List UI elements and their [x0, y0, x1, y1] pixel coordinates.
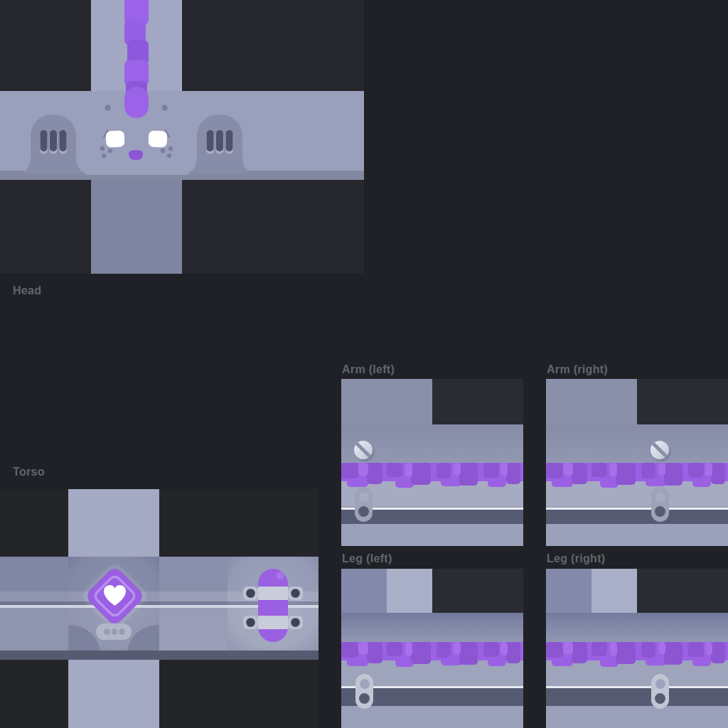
leg-left-label: Leg (left)	[342, 553, 392, 564]
zigzag-trim	[546, 642, 728, 668]
screw-icon	[651, 441, 669, 459]
snap-pill	[96, 623, 132, 640]
forehead-dot-left	[105, 105, 111, 111]
arm-shoulder-patch	[341, 379, 432, 424]
leg-hip-patch	[341, 569, 387, 613]
zipper-pull-icon	[355, 487, 373, 522]
arm-left-texture[interactable]	[341, 379, 523, 546]
arm-shoulder-patch	[546, 379, 637, 424]
screw-icon	[354, 441, 373, 459]
zipper-pull-icon	[651, 674, 669, 709]
leg-hip-patch	[546, 569, 592, 613]
arm-empty-square	[432, 379, 523, 424]
mohawk-stripe	[124, 0, 149, 118]
arm-bottom-band	[341, 524, 523, 546]
arm-dark-band	[546, 510, 728, 524]
leg-right-label: Leg (right)	[547, 553, 605, 564]
torso-bottom-dark-right	[159, 660, 318, 728]
strap-top	[258, 587, 288, 600]
torso-bottom-dark-left	[0, 660, 68, 728]
leg-empty-square	[432, 569, 523, 613]
zipper-pull-icon	[651, 487, 669, 522]
zigzag-trim	[546, 463, 728, 488]
strap-bottom	[258, 616, 288, 629]
arm-right-label: Arm (right)	[547, 364, 608, 375]
eye-right	[148, 130, 167, 147]
forehead-dot-right	[162, 105, 168, 111]
arm-right-texture[interactable]	[546, 379, 728, 546]
leg-empty-square	[637, 569, 728, 613]
leg-upper-band	[546, 613, 728, 642]
leg-light-patch	[592, 569, 637, 613]
arm-empty-square	[637, 379, 728, 424]
arm-upper-band	[546, 424, 728, 463]
head-label: Head	[13, 285, 41, 296]
leg-bottom-band	[341, 706, 523, 728]
zigzag-trim	[341, 642, 523, 668]
leg-upper-band	[341, 613, 523, 642]
texture-preview-page: Head Torso	[0, 0, 728, 728]
zipper-pull-icon	[355, 674, 373, 709]
arm-bottom-band	[546, 524, 728, 546]
eye-left	[105, 130, 124, 147]
leg-right-texture[interactable]	[546, 569, 728, 728]
gill-slots-left	[40, 130, 67, 154]
zigzag-trim	[341, 463, 523, 488]
head-bottom-column	[91, 180, 182, 274]
torso-label: Torso	[13, 466, 45, 478]
leg-dark-band	[546, 688, 728, 706]
arm-left-label: Arm (left)	[342, 364, 395, 375]
torso-waist-strip	[0, 651, 318, 660]
gill-slots-right	[206, 130, 233, 154]
leg-light-patch	[387, 569, 432, 613]
leg-bottom-band	[546, 706, 728, 728]
mouth	[129, 150, 143, 160]
torso-texture[interactable]	[0, 489, 318, 728]
leg-left-texture[interactable]	[341, 569, 523, 728]
head-texture[interactable]	[0, 0, 364, 274]
